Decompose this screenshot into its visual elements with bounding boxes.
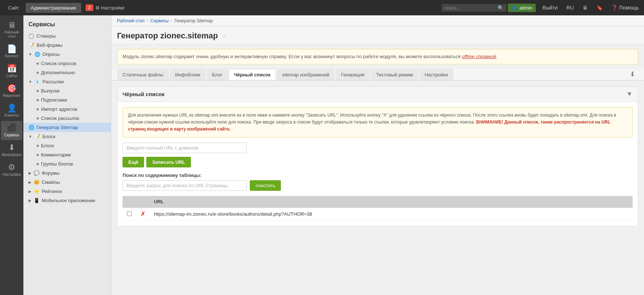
help-btn[interactable]: ❓ Помощь bbox=[609, 3, 641, 12]
section-header: Чёрный список ▼ bbox=[117, 87, 638, 102]
user-icon: 👤 bbox=[512, 5, 517, 11]
search-input[interactable] bbox=[444, 5, 496, 11]
sidebar-title: Сервисы bbox=[23, 19, 111, 31]
lang-btn[interactable]: RU bbox=[564, 3, 576, 12]
clients-icon: 👤 bbox=[7, 104, 17, 112]
nav-item-blogs-list[interactable]: Блоги bbox=[31, 141, 111, 150]
table-search-input[interactable] bbox=[123, 180, 247, 191]
tab-static-files[interactable]: Статичные файлы bbox=[117, 69, 169, 80]
nav-label-comments: Комментарии bbox=[41, 152, 71, 158]
nav-label-ratings: Рейтинги bbox=[42, 189, 62, 194]
sidebar-label-settings: Настройки bbox=[3, 173, 20, 177]
nav-label-webforms: Веб-формы bbox=[37, 42, 63, 48]
tab-infoblocks[interactable]: Инфоблоки bbox=[170, 69, 206, 80]
nav-group-smiles[interactable]: ▶ 😊 Смайлы bbox=[23, 178, 111, 187]
nav-item-import[interactable]: Импорт адресов bbox=[31, 105, 111, 114]
nav-group-ratings[interactable]: ▶ ⭐ Рейтинги bbox=[23, 187, 111, 196]
search-row: очистить bbox=[123, 180, 633, 191]
tab-sitemap-images[interactable]: sitemap изображений bbox=[277, 69, 335, 80]
tab-settings[interactable]: Настройки bbox=[419, 69, 453, 80]
breadcrumb-services[interactable]: Сервисы bbox=[150, 18, 169, 23]
nav-item-survey-list[interactable]: Список опросов bbox=[31, 59, 111, 68]
tab-generation[interactable]: Генерация bbox=[336, 69, 370, 80]
favorite-star-icon[interactable]: ☆ bbox=[222, 33, 227, 39]
nav-dot-import bbox=[37, 108, 39, 110]
chevron-down-icon-blogs: ▼ bbox=[29, 135, 32, 139]
nav-dot-subscribers bbox=[37, 99, 39, 101]
top-right-controls: 👤 admin Выйти RU 🖥 🔖 ❓ Помощь bbox=[508, 3, 641, 12]
chevron-right-icon-ratings: ▶ bbox=[29, 189, 31, 193]
mobile-icon: 📱 bbox=[34, 198, 39, 203]
sidebar-label-content: Контент bbox=[5, 54, 18, 58]
sidebar-item-marketing[interactable]: 🎯 Маркетинг bbox=[1, 82, 22, 101]
monitor-icon[interactable]: 🖥 bbox=[580, 3, 590, 12]
table-col-delete bbox=[136, 196, 150, 208]
nav-item-stickers[interactable]: 📋 Стикеры bbox=[23, 31, 111, 41]
notification-badge[interactable]: 2 bbox=[86, 4, 93, 11]
url-input[interactable] bbox=[123, 143, 247, 153]
nav-item-newsletter-list[interactable]: Список рассылок bbox=[31, 114, 111, 123]
section-collapse-btn[interactable]: ▼ bbox=[626, 90, 633, 98]
site-button[interactable]: Сайт bbox=[3, 3, 24, 13]
nav-item-blog-groups[interactable]: Группы блогов bbox=[31, 159, 111, 169]
nav-item-additional[interactable]: Дополнительно bbox=[31, 68, 111, 77]
clear-button[interactable]: очистить bbox=[250, 180, 281, 191]
nav-item-subscribers[interactable]: Подписчики bbox=[31, 95, 111, 105]
sidebar-item-marketplace[interactable]: ⬇ Marketplace bbox=[1, 141, 22, 160]
sidebar-label-sites: Сайты bbox=[6, 74, 17, 78]
admin-button[interactable]: Администрирование bbox=[26, 3, 81, 13]
tabs-collapse-btn[interactable]: ⬇ bbox=[627, 69, 638, 80]
section-title: Чёрный список bbox=[123, 91, 165, 97]
surveys-children: Список опросов Дополнительно bbox=[23, 59, 111, 77]
content-area: Рабочий стол › Сервисы › Генератор Sitem… bbox=[111, 15, 644, 295]
save-url-button[interactable]: Записать URL bbox=[146, 157, 191, 167]
sites-icon: 📅 bbox=[7, 65, 17, 73]
nav-item-comments[interactable]: Комментарии bbox=[31, 150, 111, 159]
admin-user-btn[interactable]: 👤 admin bbox=[508, 4, 536, 12]
nav-group-forums[interactable]: ▶ 💬 Форумы bbox=[23, 169, 111, 178]
more-button[interactable]: Ещё bbox=[123, 157, 144, 167]
sidebar-item-content[interactable]: 📄 Контент bbox=[1, 42, 22, 61]
sidebar-item-settings[interactable]: ⚙ Настройки bbox=[1, 160, 22, 179]
tab-blog[interactable]: Блог bbox=[207, 69, 228, 80]
row-checkbox[interactable] bbox=[127, 211, 132, 216]
nav-item-webforms[interactable]: 📝 Веб-формы bbox=[23, 41, 111, 50]
delete-row-btn[interactable]: ✗ bbox=[140, 211, 145, 217]
secondary-sidebar: Сервисы 📋 Стикеры 📝 Веб-формы ▼ 🌐 Опросы… bbox=[23, 15, 111, 295]
blogs-children: Блоги Комментарии Группы блогов bbox=[23, 141, 111, 169]
search-label: Поиск по содержимому таблицы: bbox=[123, 173, 633, 178]
breadcrumb-desktop[interactable]: Рабочий стол bbox=[117, 18, 144, 23]
sidebar-item-clients[interactable]: 👤 Клиенты bbox=[1, 101, 22, 120]
stickers-icon: 📋 bbox=[29, 33, 34, 39]
logout-btn[interactable]: Выйти bbox=[540, 3, 560, 12]
sidebar-label-desktop: Рабочий стол bbox=[4, 30, 19, 38]
search-box: 🔍 bbox=[441, 4, 506, 12]
content-icon: 📄 bbox=[7, 45, 17, 53]
sidebar-item-services[interactable]: ⬛ Сервисы bbox=[1, 121, 22, 140]
nav-group-blogs[interactable]: ▼ 📝 Блоги bbox=[23, 132, 111, 141]
sidebar-item-sites[interactable]: 📅 Сайты bbox=[1, 62, 22, 81]
nav-dot-newsletter-list bbox=[37, 117, 39, 120]
sidebar-item-desktop[interactable]: 🖥 Рабочий стол bbox=[1, 18, 22, 41]
nav-item-sitemap-gen[interactable]: 🌐 Генератор Sitemap bbox=[23, 123, 111, 132]
bookmark-icon[interactable]: 🔖 bbox=[594, 3, 605, 12]
nav-label-mobile-app: Мобильное приложение bbox=[42, 198, 95, 203]
sidebar-label-clients: Клиенты bbox=[4, 113, 19, 117]
nav-item-issues[interactable]: Выпуски bbox=[31, 86, 111, 95]
surveys-icon: 🌐 bbox=[34, 52, 40, 57]
blogs-icon: 📝 bbox=[34, 134, 40, 139]
chevron-right-icon-forums: ▶ bbox=[29, 171, 31, 175]
smiles-icon: 😊 bbox=[34, 179, 39, 185]
settings-nav-btn[interactable]: ⚙ Настройки bbox=[95, 5, 124, 11]
nav-group-mobile-app[interactable]: ▶ 📱 Мобильное приложение bbox=[23, 196, 111, 205]
offline-help-link[interactable]: offline справкой bbox=[462, 54, 496, 59]
nav-group-newsletters[interactable]: ▼ 📧 Рассылки bbox=[23, 77, 111, 86]
nav-label-blog-groups: Группы блогов bbox=[41, 161, 73, 167]
nav-group-surveys[interactable]: ▼ 🌐 Опросы bbox=[23, 50, 111, 59]
tab-blacklist[interactable]: Чёрный список bbox=[229, 69, 276, 80]
sidebar-label-marketplace: Marketplace bbox=[2, 153, 22, 157]
nav-label-newsletters: Рассылки bbox=[42, 79, 64, 84]
nav-label-forums: Форумы bbox=[42, 170, 60, 176]
nav-label-surveys: Опросы bbox=[42, 52, 60, 57]
tab-test-mode[interactable]: Тестовый режим bbox=[371, 69, 418, 80]
